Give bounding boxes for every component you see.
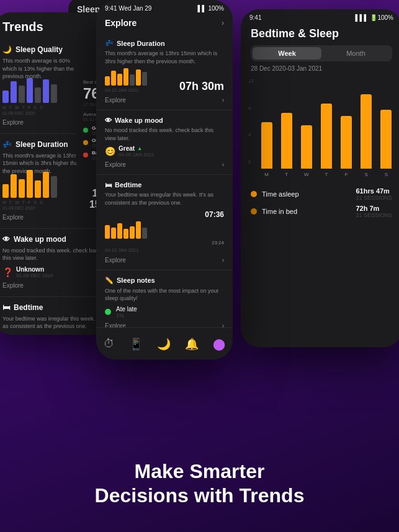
c-sn-title: Sleep notes xyxy=(117,277,155,284)
eye-icon: 👁 xyxy=(2,235,10,244)
sq-body: This month average is 60% which is 13% h… xyxy=(2,57,82,81)
c-note-label: Ate late xyxy=(116,306,137,313)
bt-title: Bedtime xyxy=(14,303,43,312)
sdb-6 xyxy=(43,172,49,198)
c-sd-explore[interactable]: Explore › xyxy=(105,93,224,104)
explore-title: Explore xyxy=(105,18,137,28)
c-mood-item: 😊 Great ▲ 04-05 JAN 2021 xyxy=(105,145,224,157)
c-eye-icon: 👁 xyxy=(105,117,112,124)
chart-bars-container: M T W T xyxy=(258,78,395,177)
sd-date: 01-08 DEC 2020 xyxy=(2,206,89,210)
c-note-dot xyxy=(105,309,111,315)
sdb-2 xyxy=(11,174,17,198)
asleep-sub: 11 SESSIONS xyxy=(356,195,392,201)
inbed-sub: 11 SESSIONS xyxy=(356,212,392,218)
c-bt-time: 07:36 xyxy=(105,210,224,219)
center-time: 9:41 Wed Jan 29 xyxy=(105,5,151,12)
left-title: Trends xyxy=(2,20,43,33)
phone-center: 9:41 Wed Jan 29 ▌▌ 100% Explore › 💤 Slee… xyxy=(96,0,233,360)
c-wm-title-row: 👁 Wake up mood xyxy=(105,117,224,124)
c-bt-explore[interactable]: Explore › xyxy=(105,253,224,264)
y-axis: 12 8 4 0 xyxy=(248,78,254,165)
wum-body: No mood tracked this week. check back th… xyxy=(2,247,109,262)
unknown-icon: ❓ xyxy=(2,267,13,277)
c-sd-title: Sleep Duration xyxy=(117,40,165,47)
c-wm-explore[interactable]: Explore › xyxy=(105,157,224,168)
sq-chart xyxy=(2,84,82,103)
sd-chart-labels: MTWTFSS xyxy=(2,200,89,205)
nav-timer-icon[interactable]: ⏱ xyxy=(104,337,115,350)
bar-group-t1: T xyxy=(278,88,295,177)
asleep-dot xyxy=(251,191,257,197)
nav-profile-icon[interactable]: ⬤ xyxy=(213,337,225,351)
center-bottom-nav: ⏱ 📱 🌙 🔔 ⬤ xyxy=(96,327,233,360)
asleep-value: 61hrs 47m xyxy=(356,187,392,195)
inbed-value: 72h 7m xyxy=(356,205,392,212)
c-sleep-duration: 💤 Sleep Duration This month's average is… xyxy=(96,33,233,110)
mood-arrow: ▲ xyxy=(137,146,142,151)
bar-3 xyxy=(19,86,25,103)
c-sd-date: 04-10 JAN 2021 xyxy=(105,87,147,93)
right-legend: Time asleep 61hrs 47m 11 SESSIONS Time i… xyxy=(241,182,399,223)
wum-explore[interactable]: Explore › xyxy=(2,278,109,290)
wum-title-row: 👁 Wake up mood xyxy=(2,235,109,244)
bt-body: Your bedtime was irregular this week. It… xyxy=(2,315,109,330)
bar-group-t2: T xyxy=(318,88,334,177)
right-date-range: 28 Dec 2020-03 Jan 2021 xyxy=(251,65,392,72)
bar-group-w: W xyxy=(298,88,315,177)
right-month-tab[interactable]: Month xyxy=(321,47,390,60)
bed-icon: 🛏 xyxy=(2,303,10,312)
nav-moon-icon[interactable]: 🌙 xyxy=(157,337,171,351)
bt-time: 07:36 xyxy=(2,334,109,335)
cta-line1: Make Smarter Decisions with Trends xyxy=(0,459,399,507)
asleep-label: Time asleep xyxy=(262,190,299,198)
bar-6 xyxy=(43,79,49,103)
sd-chart xyxy=(2,179,89,198)
sd-explore[interactable]: Explore › xyxy=(2,210,109,222)
bar-t2-asleep xyxy=(321,104,332,169)
c-sd-row: 04-10 JAN 2021 07h 30m xyxy=(105,68,224,93)
bottom-cta: Make Smarter Decisions with Trends xyxy=(0,459,399,507)
bar-f-asleep xyxy=(341,116,352,169)
bar-group-s1: S xyxy=(358,88,375,177)
bar-5 xyxy=(35,87,41,103)
c-wm-title: Wake up mood xyxy=(115,117,163,124)
c-bedtime: 🛏 Bedtime Your bedtime was irregular thi… xyxy=(96,175,233,270)
bar-s2-asleep xyxy=(380,110,392,169)
moon-icon: 🌙 xyxy=(2,45,12,54)
sq-date: 01-08 DEC 2020 xyxy=(2,111,82,115)
c-bed-icon: 🛏 xyxy=(105,181,112,188)
nav-phone-icon[interactable]: 📱 xyxy=(129,337,143,351)
inbed-label: Time in bed xyxy=(262,208,297,215)
c-bt-title-row: 🛏 Bedtime xyxy=(105,181,224,188)
c-wm-body: No mood tracked this week. check back th… xyxy=(105,126,224,142)
c-sn-body: One of the notes with the most impact on… xyxy=(105,287,224,303)
c-wake-mood: 👁 Wake up mood No mood tracked this week… xyxy=(96,110,233,175)
c-sd-chart xyxy=(105,68,147,86)
sdb-3 xyxy=(19,179,25,198)
right-time: 9:41 xyxy=(249,14,261,21)
c-mood-label: Great xyxy=(119,145,135,152)
nav-bell-icon[interactable]: 🔔 xyxy=(185,337,199,351)
explore-chevron: › xyxy=(222,19,224,27)
c-bt-chart xyxy=(105,221,224,239)
right-week-tab[interactable]: Week xyxy=(253,47,321,60)
sq-title-row: 🌙 Sleep Quality xyxy=(2,45,109,54)
c-bt-date: 04-10 JAN 2021 xyxy=(105,247,224,253)
c-sd-title-row: 💤 Sleep Duration xyxy=(105,39,224,47)
c-sd-value: 07h 30m xyxy=(179,80,224,93)
sq-title: Sleep Quality xyxy=(16,45,63,54)
bt-title-row: 🛏 Bedtime xyxy=(2,303,109,312)
sq-chart-labels: MTWTFSS xyxy=(2,105,82,110)
c-zzz-icon: 💤 xyxy=(105,39,114,47)
wum-date: 01-08 DEC 2020 xyxy=(16,273,53,278)
good-dot xyxy=(83,128,88,133)
right-bar-chart: 12 8 4 0 M T W xyxy=(241,78,399,177)
bar-1 xyxy=(2,91,9,103)
right-status-bar: 9:41 ▌▌▌ 🔋100% xyxy=(241,9,399,24)
c-bt-body: Your bedtime was irregular this week. It… xyxy=(105,191,224,206)
c-bt-late: 23:24 xyxy=(105,240,224,246)
ok-dot xyxy=(83,140,88,145)
sdb-7 xyxy=(51,176,57,198)
bar-2 xyxy=(11,81,17,103)
